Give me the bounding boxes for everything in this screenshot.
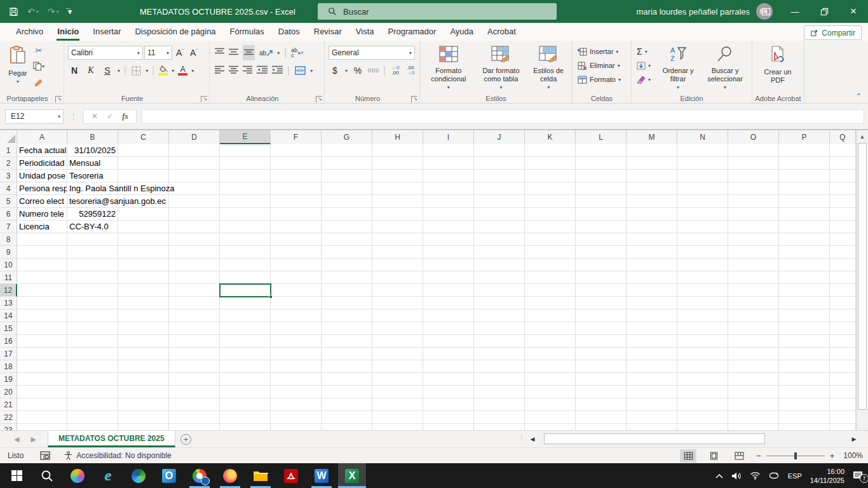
- cell-Q17[interactable]: [830, 348, 856, 360]
- column-header-G[interactable]: G: [322, 130, 372, 144]
- clock[interactable]: 16:00 14/11/2025: [810, 467, 844, 485]
- cell-J5[interactable]: [474, 195, 525, 208]
- cell-K14[interactable]: [525, 309, 576, 322]
- font-size-select[interactable]: 11▾: [144, 46, 172, 60]
- cell-L15[interactable]: [576, 322, 627, 335]
- record-macro-icon[interactable]: [40, 451, 50, 460]
- cell-J13[interactable]: [474, 297, 525, 309]
- cell-E10[interactable]: [220, 259, 271, 271]
- cell-L18[interactable]: [576, 360, 627, 373]
- tab-programador[interactable]: Programador: [381, 24, 444, 41]
- horizontal-scrollbar[interactable]: ◀ ▶: [527, 432, 859, 445]
- cell-P16[interactable]: [779, 335, 830, 348]
- accessibility-status[interactable]: Accesibilidad: No disponible: [64, 451, 171, 460]
- cell-A18[interactable]: [17, 360, 67, 373]
- cell-O17[interactable]: [728, 348, 779, 360]
- word-button[interactable]: W: [308, 463, 336, 488]
- cell-G3[interactable]: [322, 170, 372, 182]
- cell-P8[interactable]: [779, 233, 830, 246]
- cell-D22[interactable]: [169, 411, 220, 424]
- cell-Q18[interactable]: [830, 360, 856, 373]
- cell-D14[interactable]: [169, 309, 220, 322]
- cell-H5[interactable]: [372, 195, 423, 208]
- cell-N10[interactable]: [677, 259, 728, 271]
- cell-Q15[interactable]: [830, 322, 856, 335]
- cell-D12[interactable]: [169, 284, 220, 297]
- cell-L17[interactable]: [576, 348, 627, 360]
- cell-P6[interactable]: [779, 208, 830, 220]
- column-header-N[interactable]: N: [677, 130, 728, 144]
- cell-P11[interactable]: [779, 271, 830, 284]
- cell-C14[interactable]: [118, 309, 169, 322]
- cell-O5[interactable]: [728, 195, 779, 208]
- cell-H4[interactable]: [372, 182, 423, 195]
- row-header-2[interactable]: 2: [0, 157, 17, 170]
- cell-N3[interactable]: [677, 170, 728, 182]
- column-header-L[interactable]: L: [576, 130, 627, 144]
- cell-C10[interactable]: [118, 259, 169, 271]
- row-header-19[interactable]: 19: [0, 373, 17, 386]
- cell-M19[interactable]: [627, 373, 677, 386]
- cell-F21[interactable]: [271, 398, 322, 411]
- cell-I1[interactable]: [423, 144, 474, 157]
- name-box-dropdown-icon[interactable]: ▾: [58, 114, 60, 119]
- cell-D18[interactable]: [169, 360, 220, 373]
- cell-N11[interactable]: [677, 271, 728, 284]
- cut-icon[interactable]: ✂: [33, 44, 44, 56]
- name-box[interactable]: E12 ▾: [5, 109, 64, 124]
- column-header-Q[interactable]: Q: [830, 130, 856, 144]
- cell-G17[interactable]: [322, 348, 372, 360]
- row-header-3[interactable]: 3: [0, 170, 17, 182]
- cell-B18[interactable]: [67, 360, 118, 373]
- cell-M3[interactable]: [627, 170, 677, 182]
- new-sheet-button[interactable]: +: [175, 431, 197, 447]
- cell-K2[interactable]: [525, 157, 576, 170]
- zoom-in-icon[interactable]: +: [830, 451, 835, 461]
- cell-G23[interactable]: [322, 424, 372, 430]
- cell-N16[interactable]: [677, 335, 728, 348]
- cell-O18[interactable]: [728, 360, 779, 373]
- cell-J1[interactable]: [474, 144, 525, 157]
- align-left-icon[interactable]: [215, 65, 224, 76]
- cell-L7[interactable]: [576, 220, 627, 233]
- cell-L19[interactable]: [576, 373, 627, 386]
- cell-C19[interactable]: [118, 373, 169, 386]
- cell-P4[interactable]: [779, 182, 830, 195]
- cell-K19[interactable]: [525, 373, 576, 386]
- cell-P10[interactable]: [779, 259, 830, 271]
- cell-D23[interactable]: [169, 424, 220, 430]
- cell-K23[interactable]: [525, 424, 576, 430]
- cell-E4[interactable]: [220, 182, 271, 195]
- selected-cell-outline[interactable]: [219, 283, 271, 297]
- cell-Q5[interactable]: [830, 195, 856, 208]
- cell-K4[interactable]: [525, 182, 576, 195]
- cell-O14[interactable]: [728, 309, 779, 322]
- cell-Q4[interactable]: [830, 182, 856, 195]
- align-center-icon[interactable]: [229, 65, 238, 76]
- cell-M22[interactable]: [627, 411, 677, 424]
- cell-E3[interactable]: [220, 170, 271, 182]
- cell-P14[interactable]: [779, 309, 830, 322]
- cell-Q16[interactable]: [830, 335, 856, 348]
- increase-indent-icon[interactable]: [272, 65, 283, 76]
- cell-H14[interactable]: [372, 309, 423, 322]
- cell-F6[interactable]: [271, 208, 322, 220]
- cell-D11[interactable]: [169, 271, 220, 284]
- zoom-slider[interactable]: − +: [756, 451, 834, 461]
- cell-F5[interactable]: [271, 195, 322, 208]
- cell-I10[interactable]: [423, 259, 474, 271]
- format-cells-button[interactable]: Formato▾: [578, 72, 628, 86]
- cancel-icon[interactable]: ✕: [92, 112, 98, 121]
- cell-M16[interactable]: [627, 335, 677, 348]
- cell-M18[interactable]: [627, 360, 677, 373]
- cell-B12[interactable]: [67, 284, 118, 297]
- cell-L9[interactable]: [576, 246, 627, 259]
- format-painter-icon[interactable]: [33, 76, 44, 88]
- cell-B14[interactable]: [67, 309, 118, 322]
- cell-J7[interactable]: [474, 220, 525, 233]
- row-header-22[interactable]: 22: [0, 411, 17, 424]
- cell-O7[interactable]: [728, 220, 779, 233]
- cell-H2[interactable]: [372, 157, 423, 170]
- cell-Q9[interactable]: [830, 246, 856, 259]
- cell-J11[interactable]: [474, 271, 525, 284]
